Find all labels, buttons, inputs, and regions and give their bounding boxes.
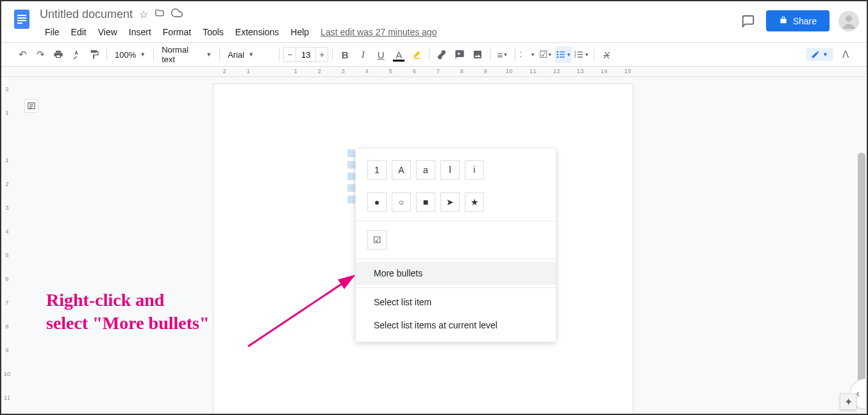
print-button[interactable]	[50, 46, 67, 63]
align-button[interactable]: ≡▼	[494, 46, 511, 63]
svg-rect-10	[560, 54, 565, 55]
bullet-style-i[interactable]: i	[465, 160, 484, 180]
more-bullets-item[interactable]: More bullets	[356, 262, 556, 285]
font-size-control: − +	[283, 47, 328, 62]
bullet-style-checkbox[interactable]: ☑	[367, 230, 387, 250]
text-color-button[interactable]: A	[390, 46, 407, 63]
bold-button[interactable]: B	[337, 46, 353, 63]
svg-point-9	[557, 54, 559, 56]
cloud-status-icon[interactable]	[171, 7, 183, 21]
font-size-increase[interactable]: +	[315, 47, 328, 62]
svg-point-6	[846, 15, 852, 22]
add-comment-button[interactable]	[451, 46, 468, 63]
menu-help[interactable]: Help	[285, 24, 314, 40]
bulleted-list-button[interactable]: ▼	[555, 46, 572, 63]
spellcheck-button[interactable]	[68, 46, 85, 63]
font-size-decrease[interactable]: −	[283, 47, 296, 62]
document-title[interactable]: Untitled document	[40, 8, 133, 21]
svg-rect-1	[17, 15, 26, 16]
bullet-style-a[interactable]: a	[416, 160, 435, 180]
bullet-context-menu: 1 A a I i ● ○ ■ ➤ ★ ☑ More bullets Selec…	[356, 149, 556, 342]
insert-image-button[interactable]	[469, 46, 486, 63]
svg-rect-2	[17, 17, 26, 19]
numbered-styles-row: 1 A a I i	[356, 154, 556, 186]
paragraph-style-dropdown[interactable]: Normal text▼	[158, 45, 215, 64]
vertical-scrollbar[interactable]	[858, 153, 865, 409]
font-dropdown[interactable]: Arial▼	[224, 50, 275, 60]
move-icon[interactable]	[154, 8, 165, 21]
svg-rect-0	[14, 10, 29, 29]
last-edit-link[interactable]: Last edit was 27 minutes ago	[321, 27, 437, 37]
undo-button[interactable]: ↶	[14, 46, 31, 63]
bullet-style-1[interactable]: 1	[367, 160, 387, 180]
vertical-ruler[interactable]: 211234567891011	[3, 77, 12, 409]
document-canvas: 211234567891011 1 A a I i ● ○ ■ ➤ ★ ☑ Mo…	[1, 77, 867, 415]
checklist-button[interactable]: ☑▼	[537, 46, 554, 63]
svg-rect-16	[578, 54, 583, 55]
svg-rect-12	[560, 56, 565, 57]
share-label: Share	[793, 16, 817, 26]
zoom-dropdown[interactable]: 100%▼	[111, 50, 149, 60]
underline-button[interactable]: U	[372, 46, 389, 63]
menu-edit[interactable]: Edit	[66, 24, 92, 40]
svg-point-11	[557, 56, 559, 58]
paint-format-button[interactable]	[86, 46, 103, 63]
explore-button[interactable]: ✦	[840, 393, 856, 410]
menu-tools[interactable]: Tools	[197, 24, 229, 40]
svg-rect-3	[17, 20, 26, 21]
line-spacing-button[interactable]: ▼	[519, 46, 536, 63]
menu-format[interactable]: Format	[158, 24, 196, 40]
font-size-input[interactable]	[296, 47, 315, 62]
editing-mode-button[interactable]: ▼	[806, 48, 833, 61]
lock-icon	[779, 15, 788, 26]
annotation-text: Right-click and select "More bullets"	[46, 289, 210, 335]
bullet-style-I[interactable]: I	[440, 160, 460, 180]
share-button[interactable]: Share	[766, 10, 830, 31]
toolbar: ↶ ↷ 100%▼ Normal text▼ Arial▼ − + B I U …	[1, 42, 867, 67]
docs-logo[interactable]	[9, 6, 35, 32]
menu-view[interactable]: View	[93, 24, 122, 40]
menu-insert[interactable]: Insert	[124, 24, 156, 40]
svg-rect-14	[578, 51, 583, 52]
svg-rect-8	[560, 51, 565, 52]
account-avatar[interactable]	[839, 11, 859, 31]
collapse-toolbar-button[interactable]: ᐱ	[837, 46, 854, 63]
menubar: File Edit View Insert Format Tools Exten…	[40, 24, 739, 40]
horizontal-ruler[interactable]: 21123456789101112131415	[1, 67, 867, 77]
insert-link-button[interactable]	[433, 46, 450, 63]
bullet-style-square[interactable]: ■	[416, 192, 435, 212]
checkbox-row: ☑	[356, 224, 556, 256]
highlight-button[interactable]	[408, 46, 425, 63]
document-outline-button[interactable]	[24, 99, 38, 113]
menu-file[interactable]: File	[40, 24, 65, 40]
svg-text:3: 3	[574, 55, 576, 58]
clear-formatting-button[interactable]: X	[598, 46, 615, 63]
bullet-styles-row: ● ○ ■ ➤ ★	[356, 186, 556, 218]
select-list-level[interactable]: Select list items at current level	[356, 314, 556, 337]
bullet-style-A[interactable]: A	[392, 160, 411, 180]
numbered-list-button[interactable]: 123▼	[573, 46, 590, 63]
select-list-item[interactable]: Select list item	[356, 291, 556, 314]
menu-extensions[interactable]: Extensions	[230, 24, 284, 40]
bullet-style-arrow[interactable]: ➤	[440, 192, 460, 212]
svg-rect-4	[17, 22, 22, 24]
star-icon[interactable]: ☆	[139, 8, 148, 21]
italic-button[interactable]: I	[355, 46, 371, 63]
bullet-style-circle[interactable]: ○	[392, 192, 411, 212]
bullet-style-disc[interactable]: ●	[367, 192, 387, 212]
redo-button[interactable]: ↷	[32, 46, 49, 63]
svg-point-7	[557, 51, 559, 53]
svg-rect-18	[578, 56, 583, 57]
bullet-style-star[interactable]: ★	[465, 192, 484, 212]
comment-history-icon[interactable]	[739, 12, 757, 30]
header-bar: Untitled document ☆ File Edit View Inser…	[1, 1, 867, 42]
